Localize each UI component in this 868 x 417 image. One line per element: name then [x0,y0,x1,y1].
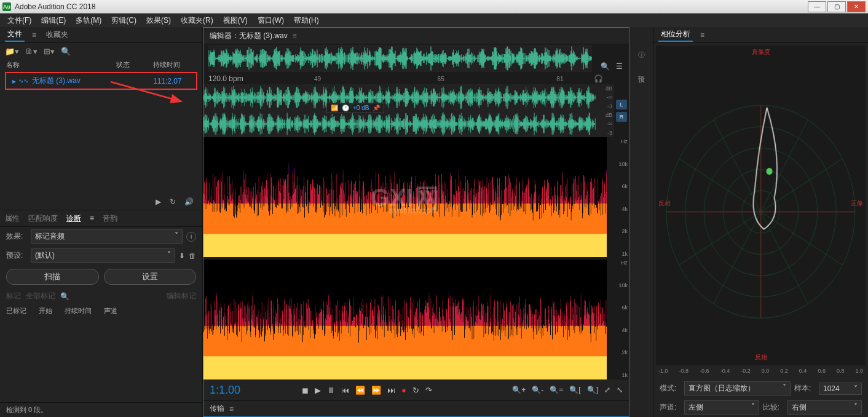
zoom-v-out-icon[interactable]: ⤡ [617,386,623,394]
scan-button[interactable]: 扫描 [6,269,99,285]
hz-scale: Hz10k6k 4k2k1k Hz10k6k 4k2k1k [607,137,629,379]
skip-button[interactable]: ↷ [425,386,432,395]
col-ch: 声道 [104,306,117,316]
play-icon[interactable]: ▶ [156,197,161,206]
headphones-icon[interactable]: 🎧 [594,74,603,83]
titlebar: Au Adobe Audition CC 2018 — ▢ ✕ [0,0,868,14]
col-dur: 持续时间 [65,306,92,316]
col-duration[interactable]: 持续时间 [153,60,196,70]
editor-menu-icon[interactable]: ≡ [293,31,297,40]
info-icon[interactable]: i [186,232,196,242]
timeline[interactable]: 120.0 bpm 49 65 81 🎧 [203,73,629,84]
phase-display[interactable]: 真像度 反相 正像 反相 [656,46,866,365]
search-icon[interactable]: 🔍 [60,292,69,301]
info-strip-icon[interactable]: ⓘ [637,46,646,52]
phase-menu-icon[interactable]: ≡ [700,31,704,39]
menu-window[interactable]: 窗口(W) [254,14,288,27]
preset-label: 预设: [6,250,27,261]
menu-clip[interactable]: 剪辑(C) [108,14,140,27]
open-file-icon[interactable]: 📁▾ [5,47,19,56]
delete-preset-icon[interactable]: 🗑 [189,252,196,260]
waveform-icon: ∿∿ [18,77,28,84]
maximize-button[interactable]: ▢ [827,1,846,12]
menu-view[interactable]: 视图(V) [219,14,251,27]
expand-icon[interactable]: ▸ [12,77,16,85]
menu-multitrack[interactable]: 多轨(M) [72,14,105,27]
timecode-display[interactable]: 1:1.00 [210,384,277,397]
hud-signal-icon: 📶 [331,105,338,111]
menu-file[interactable]: 文件(F) [4,14,35,27]
channel-select[interactable]: 左侧˅ [684,400,759,415]
spectrogram-left[interactable]: GXI网 system.com [203,137,607,257]
col-marked: 已标记 [6,306,26,316]
zoom-sel-out-icon[interactable]: 🔍] [587,386,598,394]
loop-button[interactable]: ↻ [412,386,419,395]
zoom-tool-icon[interactable]: 🔍 [601,62,610,71]
transfer-menu-icon[interactable]: ≡ [229,405,234,413]
zoom-v-in-icon[interactable]: ⤢ [604,386,610,394]
new-multitrack-icon[interactable]: 🗎▾ [25,47,37,56]
forward-button[interactable]: ⏩ [371,386,381,395]
file-item[interactable]: ▸ ∿∿ 无标题 (3).wav 111:2.07 [5,72,197,90]
save-preset-icon[interactable]: ⬇ [179,252,185,260]
tab-diag[interactable]: 诊断 [66,213,81,224]
editor-title: 编辑器：无标题 (3).wav [210,31,288,41]
loop-icon[interactable]: ↻ [170,197,176,206]
bpm-display[interactable]: 120.0 bpm [208,74,243,83]
menu-help[interactable]: 帮助(H) [290,14,323,27]
tab-favorites[interactable]: 收藏夹 [44,28,71,41]
left-channel-button[interactable]: L [616,100,627,109]
hud-clock-icon: 🕐 [342,105,349,111]
insert-icon[interactable]: ⊞▾ [44,47,55,56]
tab-files[interactable]: 文件 [5,28,25,42]
next-button[interactable]: ⏭ [387,386,395,395]
menu-effects[interactable]: 效果(S) [143,14,175,27]
zoom-in-icon[interactable]: 🔍+ [512,386,526,394]
samples-select[interactable]: 1024˅ [819,383,862,395]
pause-button[interactable]: ⏸ [327,386,335,395]
waveform-tracks[interactable]: 📶 🕐 +0 dB 📌 [203,84,596,137]
right-channel-button[interactable]: R [616,112,627,122]
close-button[interactable]: ✕ [847,1,866,12]
list-view-icon[interactable]: ☰ [616,62,623,71]
prev-button[interactable]: ⏮ [341,386,349,395]
compare-select[interactable]: 右侧˅ [787,400,862,415]
zoom-out-icon[interactable]: 🔍- [532,386,543,394]
hud-db[interactable]: +0 dB [353,105,369,111]
transfer-tab[interactable]: 传输 [210,403,224,414]
menu-edit[interactable]: 编辑(E) [37,14,69,27]
mode-select[interactable]: 直方图（日志缩放）˅ [684,381,791,395]
col-status[interactable]: 状态 [116,60,153,70]
chevron-down-icon: ˅ [751,402,755,413]
tab-match[interactable]: 匹配响度 [28,213,58,224]
stop-button[interactable]: ◼ [302,386,309,395]
settings-button[interactable]: 设置 [104,269,197,285]
tab-phase[interactable]: 相位分析 [658,28,693,42]
menu-favorites[interactable]: 收藏夹(R) [177,14,217,27]
props-menu-icon[interactable]: ≡ [90,214,94,223]
col-name[interactable]: 名称 [6,60,116,70]
zoom-fit-icon[interactable]: 🔍= [550,386,563,394]
tab-attrs[interactable]: 属性 [5,213,20,224]
autoplay-icon[interactable]: 🔊 [184,197,194,206]
waveform-hud[interactable]: 📶 🕐 +0 dB 📌 [326,103,384,113]
overview-waveform[interactable] [208,45,592,72]
play-button[interactable]: ▶ [315,386,321,395]
main-waveform: 📶 🕐 +0 dB 📌 dB-∞-3 dB-∞-3 L R [203,84,629,137]
diag-columns: 已标记 开始 持续时间 声道 [0,304,202,318]
preset-select[interactable]: (默认)˅ [31,248,175,263]
bottom-panel: 传输 ≡ [203,400,629,416]
search-icon[interactable]: 🔍 [61,47,71,56]
chevron-down-icon: ˅ [175,231,178,242]
tab-pitch[interactable]: 音韵 [103,213,117,224]
spectrogram-channels[interactable]: GXI网 system.com [203,137,607,379]
zoom-sel-in-icon[interactable]: 🔍[ [569,386,580,394]
effect-select[interactable]: 标记音频˅ [31,229,183,244]
record-button[interactable]: ● [401,386,406,395]
hud-pin-icon[interactable]: 📌 [373,105,380,111]
file-list-header: 名称 状态 持续时间 [0,59,202,71]
panel-menu-icon[interactable]: ≡ [32,31,36,39]
rewind-button[interactable]: ⏪ [355,386,365,395]
spectrogram-right[interactable] [203,260,607,379]
minimize-button[interactable]: — [808,1,826,12]
